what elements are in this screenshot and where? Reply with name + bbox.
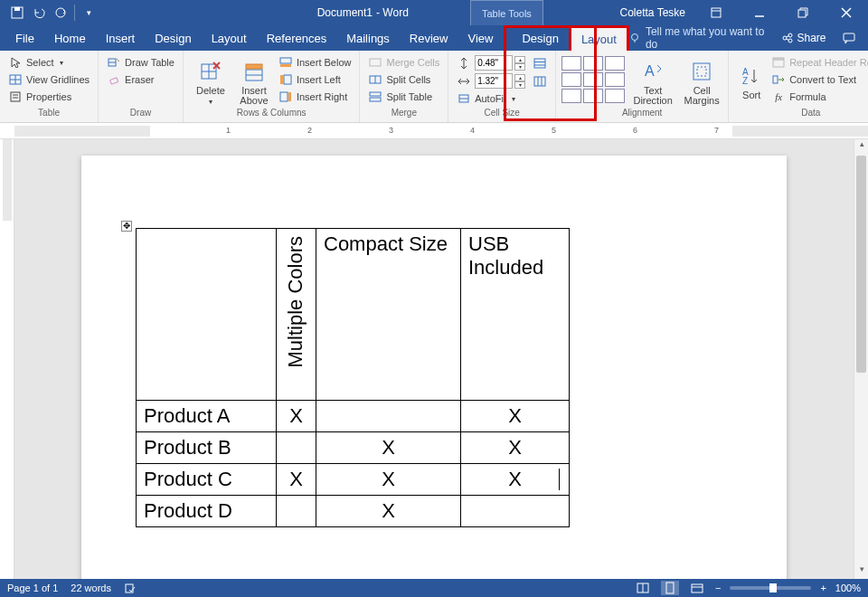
table-move-handle[interactable]: ✥ (121, 221, 132, 232)
select-button[interactable]: Select▾ (5, 54, 92, 71)
print-layout-icon[interactable] (661, 581, 679, 595)
zoom-out-button[interactable]: − (715, 583, 721, 593)
row-label[interactable]: Product A (137, 401, 277, 432)
align-top-left[interactable] (561, 56, 581, 71)
tab-insert[interactable]: Insert (96, 25, 146, 51)
page-indicator[interactable]: Page 1 of 1 (7, 583, 58, 593)
read-mode-icon[interactable] (634, 581, 652, 595)
cell[interactable] (316, 401, 461, 432)
minimize-icon[interactable] (741, 0, 778, 25)
tab-view[interactable]: View (458, 25, 503, 51)
row-label[interactable]: Product D (137, 496, 277, 527)
header-cell-compact[interactable]: Compact Size (316, 229, 461, 401)
zoom-level[interactable]: 100% (835, 583, 861, 593)
insert-left-button[interactable]: Insert Left (276, 71, 354, 88)
close-icon[interactable] (828, 0, 864, 25)
tab-table-layout[interactable]: Layout (569, 25, 629, 51)
scroll-up-icon[interactable]: ▴ (854, 139, 868, 154)
tab-layout[interactable]: Layout (202, 25, 257, 51)
comments-icon[interactable] (839, 25, 859, 51)
width-up[interactable]: ▴ (514, 74, 525, 81)
undo-icon[interactable] (29, 3, 49, 23)
redo-icon[interactable] (51, 3, 71, 23)
tab-table-design[interactable]: Design (512, 25, 568, 51)
zoom-knob[interactable] (769, 583, 777, 592)
cell[interactable] (277, 432, 316, 464)
cell[interactable]: X (316, 496, 461, 527)
split-cells-button[interactable]: Split Cells (365, 71, 442, 88)
cell[interactable]: X (316, 464, 461, 496)
col-width-control[interactable]: ▴▾ (454, 72, 550, 90)
restore-icon[interactable] (785, 0, 821, 25)
align-mid-left[interactable] (561, 72, 581, 87)
share-button[interactable]: Share (782, 32, 826, 44)
insert-below-button[interactable]: Insert Below (276, 54, 354, 71)
insert-right-button[interactable]: Insert Right (276, 89, 354, 105)
view-gridlines-button[interactable]: View Gridlines (5, 71, 92, 88)
insert-above-button[interactable]: Insert Above (232, 52, 276, 108)
header-cell-colors[interactable]: Multiple Colors (277, 229, 316, 401)
row-height-input[interactable] (475, 55, 513, 71)
sort-button[interactable]: AZ Sort (734, 52, 769, 108)
vertical-scrollbar[interactable]: ▴ ▾ (854, 139, 868, 579)
vertical-ruler[interactable] (0, 139, 14, 579)
align-bot-center[interactable] (583, 89, 603, 103)
formula-button[interactable]: fxFormula (769, 89, 868, 105)
cell[interactable]: X (277, 401, 316, 432)
cell[interactable]: X (277, 464, 316, 496)
page-viewport[interactable]: ✥ Multiple Colors Compact Size USB Inclu… (14, 139, 854, 579)
web-layout-icon[interactable] (688, 581, 706, 595)
row-height-control[interactable]: ▴▾ (454, 54, 550, 71)
distribute-rows-icon[interactable] (533, 56, 547, 71)
tab-home[interactable]: Home (44, 25, 96, 51)
draw-table-button[interactable]: Draw Table (104, 54, 177, 71)
tab-design[interactable]: Design (145, 25, 201, 51)
text-direction-button[interactable]: A Text Direction (630, 52, 675, 108)
height-down[interactable]: ▾ (514, 63, 525, 71)
cell[interactable]: X (316, 432, 461, 464)
product-table[interactable]: Multiple Colors Compact Size USB Include… (136, 228, 570, 527)
tab-mailings[interactable]: Mailings (336, 25, 400, 51)
zoom-in-button[interactable]: + (820, 583, 826, 593)
scroll-thumb[interactable] (856, 156, 866, 373)
align-top-center[interactable] (583, 56, 603, 71)
zoom-slider[interactable] (730, 586, 811, 590)
account-name[interactable]: Coletta Teske (620, 6, 686, 19)
align-top-right[interactable] (605, 56, 625, 71)
ribbon-display-icon[interactable] (698, 0, 734, 25)
cell[interactable] (461, 496, 570, 527)
repeat-header-button[interactable]: Repeat Header Rows (769, 54, 868, 71)
properties-button[interactable]: Properties (5, 89, 92, 105)
proofing-icon[interactable] (124, 582, 137, 594)
scroll-down-icon[interactable]: ▾ (854, 564, 868, 579)
width-down[interactable]: ▾ (514, 81, 525, 89)
qat-customize-icon[interactable]: ▾ (79, 3, 99, 23)
horizontal-ruler[interactable]: 1 2 3 4 5 6 7 (0, 123, 868, 139)
align-bot-right[interactable] (605, 89, 625, 103)
height-up[interactable]: ▴ (514, 56, 525, 63)
save-icon[interactable] (7, 3, 27, 23)
header-cell-empty[interactable] (137, 229, 277, 401)
delete-button[interactable]: Delete ▾ (189, 52, 232, 108)
align-mid-right[interactable] (605, 72, 625, 87)
tab-references[interactable]: References (257, 25, 336, 51)
autofit-button[interactable]: AutoFit▾ (454, 90, 550, 107)
align-bot-left[interactable] (561, 89, 581, 103)
distribute-cols-icon[interactable] (533, 74, 547, 89)
merge-cells-button[interactable]: Merge Cells (365, 54, 442, 71)
tab-review[interactable]: Review (400, 25, 458, 51)
cell-margins-button[interactable]: Cell Margins (681, 52, 722, 108)
eraser-button[interactable]: Eraser (104, 71, 177, 88)
split-table-button[interactable]: Split Table (365, 89, 442, 105)
cell[interactable]: X (461, 432, 570, 464)
convert-text-button[interactable]: Convert to Text (769, 71, 868, 88)
tell-me-search[interactable]: Tell me what you want to do (629, 25, 770, 51)
align-mid-center[interactable] (583, 72, 603, 87)
header-cell-usb[interactable]: USB Included (461, 229, 570, 401)
cell[interactable] (277, 496, 316, 527)
cell[interactable]: X (461, 401, 570, 432)
tab-file[interactable]: File (5, 25, 44, 51)
row-label[interactable]: Product B (137, 432, 277, 464)
word-count[interactable]: 22 words (71, 583, 111, 593)
row-label[interactable]: Product C (137, 464, 277, 496)
